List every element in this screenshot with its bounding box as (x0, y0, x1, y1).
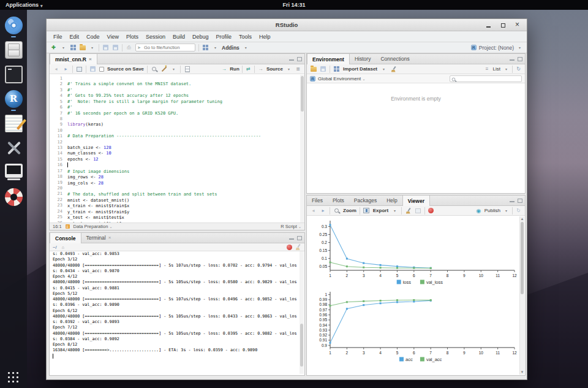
panes-caret-icon[interactable] (212, 44, 219, 51)
viewer-scrollbar[interactable]: ▲ ▼ (519, 216, 524, 375)
rstudio-launcher[interactable] (5, 90, 23, 108)
menu-tools[interactable]: Tools (235, 31, 255, 42)
forward-icon[interactable] (320, 207, 326, 214)
editor-scrollbar[interactable] (300, 75, 304, 223)
document-outline-icon[interactable] (295, 66, 301, 72)
help-launcher[interactable] (5, 188, 23, 206)
run-button[interactable]: Run (230, 66, 239, 72)
console-tab-console[interactable]: Console (50, 233, 81, 243)
menu-debug[interactable]: Debug (189, 31, 213, 42)
viewer-tab-help[interactable]: Help (382, 196, 402, 205)
close-icon[interactable]: × (108, 233, 111, 243)
section-nav[interactable]: Data Preparation ⌄ (74, 224, 113, 229)
pane-minimize-icon[interactable] (510, 57, 514, 61)
close-icon[interactable]: × (89, 55, 92, 64)
source-tab-mnist-cnn-r[interactable]: mnist_cnn.R× (50, 54, 97, 64)
save-icon[interactable] (103, 45, 108, 50)
tools-launcher[interactable] (5, 139, 23, 157)
file-manager-launcher[interactable] (5, 41, 23, 59)
print-icon[interactable]: ⎙ (126, 44, 132, 51)
back-icon[interactable] (53, 66, 59, 72)
menu-edit[interactable]: Edit (66, 31, 83, 42)
environment-tab-connections[interactable]: Connections (375, 54, 414, 64)
workspace-panes-icon[interactable] (202, 44, 209, 51)
app-grid-icon[interactable] (8, 372, 18, 382)
environment-tab-environment[interactable]: Environment (307, 54, 350, 64)
menu-help[interactable]: Help (255, 31, 274, 42)
pane-maximize-icon[interactable] (518, 199, 522, 203)
environment-tab-history[interactable]: History (350, 54, 375, 64)
doc-type-menu[interactable]: R Script ⌄ (281, 224, 301, 229)
minimize-icon[interactable] (486, 23, 491, 28)
compile-report-icon[interactable] (185, 66, 190, 72)
open-in-window-icon[interactable] (77, 67, 82, 72)
clear-console-icon[interactable] (295, 244, 301, 250)
menu-plots[interactable]: Plots (123, 31, 142, 42)
import-caret-icon[interactable] (380, 66, 387, 72)
pane-minimize-icon[interactable] (289, 57, 294, 61)
open-file-icon[interactable] (80, 45, 86, 50)
forward-icon[interactable] (62, 66, 69, 72)
goto-file-input[interactable] (135, 44, 195, 51)
working-directory[interactable]: ~/ (53, 245, 56, 250)
chromium-launcher[interactable] (5, 17, 23, 34)
clock[interactable]: Fri 14:31 (0, 0, 588, 10)
scroll-down-icon[interactable]: ▼ (520, 370, 524, 375)
clear-viewer-icon[interactable] (405, 208, 412, 214)
refresh-icon[interactable] (515, 66, 522, 72)
menu-code[interactable]: Code (83, 31, 104, 42)
list-caret-icon[interactable] (503, 66, 510, 72)
clear-environment-icon[interactable] (391, 66, 397, 72)
goto-directory-icon[interactable] (59, 244, 66, 251)
publish-button[interactable]: Publish (484, 208, 500, 213)
save-workspace-icon[interactable] (320, 66, 326, 72)
rerun-icon[interactable] (245, 66, 252, 72)
stop-icon[interactable] (428, 208, 434, 213)
source-on-save-checkbox[interactable] (99, 67, 104, 72)
pane-maximize-icon[interactable] (518, 57, 522, 61)
new-file-caret-icon[interactable] (60, 44, 67, 51)
new-project-icon[interactable] (70, 44, 77, 51)
addins-menu[interactable]: Addins (222, 45, 239, 51)
zoom-button[interactable]: Zoom (343, 208, 356, 213)
maximize-icon[interactable] (500, 23, 506, 28)
menu-view[interactable]: View (104, 31, 123, 42)
menu-profile[interactable]: Profile (213, 31, 236, 42)
terminal-launcher[interactable] (5, 66, 23, 83)
source-caret-icon[interactable] (285, 66, 292, 72)
source-button[interactable]: Source (266, 66, 283, 72)
console-scrollbar[interactable] (300, 251, 304, 374)
console-output[interactable]: s: 0.0493 - val_acc: 0.9853Epoch 3/12480… (53, 251, 298, 374)
back-icon[interactable] (310, 207, 317, 214)
screen-share-launcher[interactable] (5, 164, 23, 181)
export-button[interactable]: Export (373, 208, 388, 213)
viewer-tab-packages[interactable]: Packages (349, 196, 382, 205)
list-view-menu[interactable]: List (493, 66, 500, 72)
title-bar[interactable]: RStudio (47, 19, 527, 31)
environment-search-input[interactable] (450, 75, 522, 82)
pane-maximize-icon[interactable] (297, 236, 302, 240)
viewer-refresh-icon[interactable] (515, 207, 522, 214)
save-source-icon[interactable] (90, 66, 96, 72)
close-icon[interactable] (515, 23, 521, 28)
scope-selector[interactable]: Global Environment ⌄ (318, 76, 366, 82)
open-recent-caret-icon[interactable] (89, 44, 96, 51)
open-in-new-window-icon[interactable] (415, 208, 421, 213)
addins-caret-icon[interactable] (243, 44, 249, 51)
import-dataset-button[interactable]: Import Dataset (343, 66, 377, 72)
viewer-tab-viewer[interactable]: Viewer (402, 196, 430, 206)
viewer-tab-files[interactable]: Files (307, 196, 328, 205)
load-workspace-icon[interactable] (311, 67, 317, 72)
publish-caret-icon[interactable] (503, 207, 510, 214)
viewer-tab-plots[interactable]: Plots (328, 196, 349, 205)
scroll-up-icon[interactable]: ▲ (520, 216, 524, 221)
pane-minimize-icon[interactable] (510, 199, 514, 203)
menu-file[interactable]: File (50, 31, 66, 42)
pane-minimize-icon[interactable] (289, 236, 294, 240)
project-menu[interactable]: R Project: (None) (471, 44, 523, 51)
new-file-icon[interactable]: ✚ (50, 44, 57, 51)
code-editor[interactable]: 1234567891011121314151617181920212223242… (50, 75, 304, 223)
export-caret-icon[interactable] (391, 207, 398, 214)
find-replace-icon[interactable] (152, 67, 156, 71)
pane-maximize-icon[interactable] (297, 57, 302, 61)
